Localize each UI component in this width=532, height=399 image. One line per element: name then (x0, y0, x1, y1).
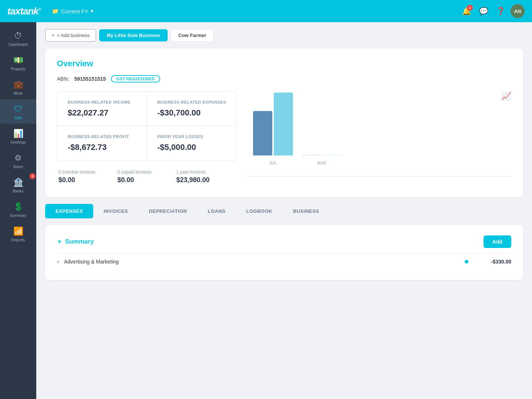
bar-chart: JUL AUG (246, 103, 511, 177)
summary-title: Summary (65, 238, 94, 245)
dashboard-icon: ⏱ (14, 31, 22, 41)
tab-expenses[interactable]: EXPENSES (45, 204, 93, 218)
tab-label-cow: Cow Farmer (178, 33, 206, 38)
tab-logbook[interactable]: LOGBOOK (236, 204, 283, 218)
bar-jul-income (253, 111, 272, 155)
logo-reg: ® (38, 7, 41, 11)
sidebar: ⏱ Dashboard 💵 Property 💼 Work 🛡 Sole 📊 H… (0, 22, 36, 399)
sidebar-label-sole: Sole (14, 115, 22, 120)
chat-icon: 💬 (479, 7, 488, 16)
fy-selector[interactable]: 📁 Current FY ▾ (52, 8, 93, 14)
bar-jul-expense (274, 93, 293, 155)
sidebar-item-reports[interactable]: 📶 Reports (0, 221, 36, 246)
tab-label-sole: My Little Sole Business (107, 33, 160, 38)
banks-badge: 5 (30, 173, 36, 179)
business-tabs: + + Add business My Little Sole Business… (45, 29, 523, 42)
tab-invoices-label: INVOICES (104, 208, 128, 214)
bar-label-aug: AUG (317, 161, 326, 165)
row-dot-indicator (465, 260, 468, 264)
tab-expenses-label: EXPENSES (55, 208, 83, 214)
work-icon: 💼 (13, 80, 23, 90)
help-button[interactable]: ❓ (494, 4, 508, 18)
question-icon: ❓ (496, 7, 505, 16)
metric-income-label: BUSINESS-RELATED INCOME (68, 100, 136, 104)
tab-depreciation[interactable]: DEPRECIATION (138, 204, 197, 218)
invoice-overdue-sub: 0 overdue invoices (58, 170, 117, 175)
summary-icon: 💲 (13, 202, 23, 212)
tab-business-label: BUSINESS (293, 208, 319, 214)
add-business-label: + Add business (57, 33, 90, 38)
invoices-row: 0 overdue invoices $0.00 0 unpaid invoic… (57, 167, 237, 187)
sidebar-label-banks: Banks (13, 189, 23, 193)
row-chevron-icon[interactable]: ▶ (57, 259, 60, 264)
sidebar-item-work[interactable]: 💼 Work (0, 75, 36, 99)
reports-icon: 📶 (13, 227, 23, 236)
sidebar-item-property[interactable]: 💵 Property (0, 50, 36, 75)
sidebar-label-work: Work (14, 91, 23, 95)
abn-row: ABN: 59155151515 GST REGISTERED (57, 75, 511, 83)
metrics-grid: BUSINESS-RELATED INCOME $22,027.27 BUSIN… (57, 91, 237, 161)
bar-group-jul: JUL (253, 93, 293, 165)
overview-title: Overview (57, 59, 511, 68)
gst-badge: GST REGISTERED (111, 75, 160, 83)
tab-loans-label: LOANS (208, 208, 225, 214)
sidebar-item-banks[interactable]: 🏦 5 Banks (0, 172, 36, 197)
summary-chevron-icon[interactable]: ▼ (57, 239, 62, 245)
invoice-paid: 1 paid invoices $23,980.00 (176, 167, 235, 187)
invoice-unpaid: 0 unpaid invoices $0.00 (117, 167, 176, 187)
add-expense-button[interactable]: Add (484, 235, 511, 248)
invoice-paid-val: $23,980.00 (176, 176, 235, 184)
plus-icon: + (52, 33, 55, 38)
business-tab-my-little-sole[interactable]: My Little Sole Business (99, 29, 168, 41)
metric-profit-label: BUSINESS-RELATED PROFIT (68, 134, 136, 139)
app-logo[interactable]: taxtank® (7, 6, 41, 17)
summary-title-row: ▼ Summary (57, 238, 94, 245)
summary-header: ▼ Summary Add (57, 235, 511, 248)
avatar[interactable]: AN (511, 4, 525, 18)
top-navigation: taxtank® 📁 Current FY ▾ 🔔 1 💬 ❓ AN (0, 0, 532, 22)
metric-profit-value: -$8,672.73 (68, 142, 136, 152)
spare-icon: ⚙ (14, 153, 22, 163)
sidebar-label-property: Property (11, 67, 26, 71)
invoice-overdue-val: $0.00 (58, 176, 117, 184)
tab-business[interactable]: BUSINESS (283, 204, 329, 218)
topnav-icons: 🔔 1 💬 ❓ AN (459, 4, 525, 18)
add-business-button[interactable]: + + Add business (45, 29, 96, 42)
sidebar-label-reports: Reports (11, 238, 25, 242)
notification-button[interactable]: 🔔 1 (459, 4, 474, 18)
tab-logbook-label: LOGBOOK (246, 208, 272, 214)
sidebar-item-sole[interactable]: 🛡 Sole (0, 99, 36, 124)
sole-icon: 🛡 (14, 104, 22, 114)
sidebar-item-dashboard[interactable]: ⏱ Dashboard (0, 26, 36, 50)
metric-expenses-value: -$30,700.00 (157, 108, 226, 118)
main-content: + + Add business My Little Sole Business… (36, 22, 532, 399)
row-name: Advertising & Marketing (64, 259, 459, 265)
sidebar-label-summary: Summary (10, 213, 27, 218)
sidebar-item-spare[interactable]: ⚙ Spare (0, 148, 36, 172)
table-row: ▶ Advertising & Marketing -$330.00 (57, 253, 511, 270)
invoice-unpaid-sub: 0 unpaid invoices (117, 170, 176, 175)
row-amount: -$330.00 (474, 259, 511, 265)
bar-aug-income (302, 155, 321, 155)
briefcase-icon: 📁 (52, 8, 59, 14)
banks-icon: 🏦 (13, 178, 23, 187)
sidebar-item-summary[interactable]: 💲 Summary (0, 197, 36, 221)
sidebar-label-dashboard: Dashboard (9, 42, 27, 47)
fy-label: Current FY (61, 8, 88, 14)
sidebar-item-holdings[interactable]: 📊 Holdings (0, 124, 36, 148)
business-tab-cow-farmer[interactable]: Cow Farmer (171, 29, 214, 42)
tab-depreciation-label: DEPRECIATION (149, 208, 187, 214)
metric-prior-losses-value: -$5,000.00 (157, 142, 226, 152)
invoice-overdue: 0 overdue invoices $0.00 (58, 167, 117, 187)
metric-prior-losses-label: PRIOR YEAR LOSSES (157, 134, 226, 139)
holdings-icon: 📊 (13, 129, 23, 138)
avatar-initials: AN (514, 9, 521, 14)
trend-chart-icon[interactable]: 📈 (501, 91, 511, 101)
bottom-tabs: EXPENSES INVOICES DEPRECIATION LOANS LOG… (45, 204, 523, 218)
tab-loans[interactable]: LOANS (197, 204, 236, 218)
overview-card: Overview ABN: 59155151515 GST REGISTERED… (45, 48, 523, 197)
metric-expenses: BUSINESS-RELATED EXPENSES -$30,700.00 (147, 92, 236, 126)
metric-income: BUSINESS-RELATED INCOME $22,027.27 (57, 92, 147, 126)
chat-button[interactable]: 💬 (477, 4, 491, 18)
tab-invoices[interactable]: INVOICES (93, 204, 138, 218)
